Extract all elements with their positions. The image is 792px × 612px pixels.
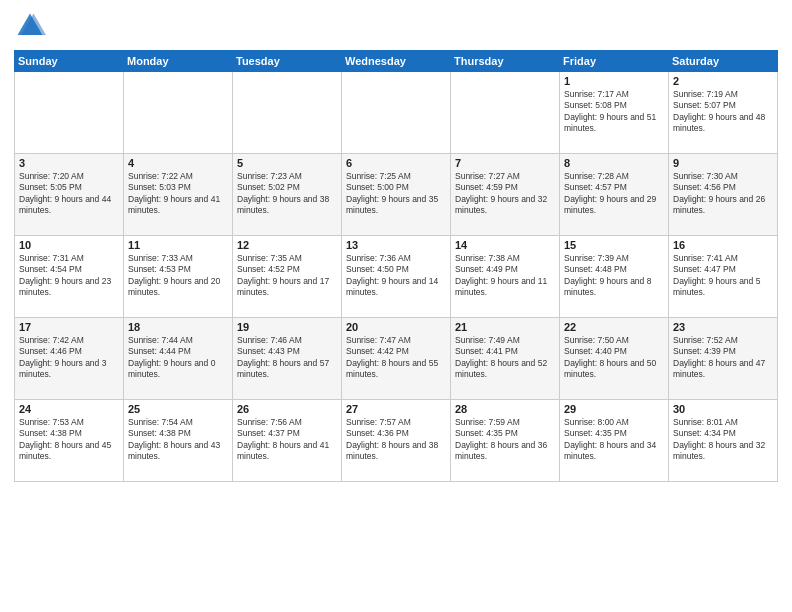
day-number: 23	[673, 321, 773, 333]
header-day-tuesday: Tuesday	[233, 51, 342, 72]
day-info: Sunrise: 7:22 AM Sunset: 5:03 PM Dayligh…	[128, 171, 228, 217]
calendar-cell: 1Sunrise: 7:17 AM Sunset: 5:08 PM Daylig…	[560, 72, 669, 154]
calendar-cell: 8Sunrise: 7:28 AM Sunset: 4:57 PM Daylig…	[560, 154, 669, 236]
day-info: Sunrise: 7:28 AM Sunset: 4:57 PM Dayligh…	[564, 171, 664, 217]
day-info: Sunrise: 7:56 AM Sunset: 4:37 PM Dayligh…	[237, 417, 337, 463]
calendar-cell: 6Sunrise: 7:25 AM Sunset: 5:00 PM Daylig…	[342, 154, 451, 236]
day-number: 9	[673, 157, 773, 169]
day-info: Sunrise: 7:19 AM Sunset: 5:07 PM Dayligh…	[673, 89, 773, 135]
day-number: 28	[455, 403, 555, 415]
day-info: Sunrise: 7:39 AM Sunset: 4:48 PM Dayligh…	[564, 253, 664, 299]
header-day-friday: Friday	[560, 51, 669, 72]
header-row: SundayMondayTuesdayWednesdayThursdayFrid…	[15, 51, 778, 72]
day-number: 29	[564, 403, 664, 415]
day-number: 3	[19, 157, 119, 169]
day-info: Sunrise: 8:01 AM Sunset: 4:34 PM Dayligh…	[673, 417, 773, 463]
calendar-cell: 10Sunrise: 7:31 AM Sunset: 4:54 PM Dayli…	[15, 236, 124, 318]
day-number: 2	[673, 75, 773, 87]
day-number: 16	[673, 239, 773, 251]
logo-icon	[14, 10, 46, 42]
calendar-cell	[342, 72, 451, 154]
calendar-cell: 30Sunrise: 8:01 AM Sunset: 4:34 PM Dayli…	[669, 400, 778, 482]
calendar-header: SundayMondayTuesdayWednesdayThursdayFrid…	[15, 51, 778, 72]
day-number: 18	[128, 321, 228, 333]
day-number: 6	[346, 157, 446, 169]
day-info: Sunrise: 7:46 AM Sunset: 4:43 PM Dayligh…	[237, 335, 337, 381]
calendar-cell	[233, 72, 342, 154]
week-row-2: 3Sunrise: 7:20 AM Sunset: 5:05 PM Daylig…	[15, 154, 778, 236]
day-number: 1	[564, 75, 664, 87]
day-number: 13	[346, 239, 446, 251]
day-info: Sunrise: 7:57 AM Sunset: 4:36 PM Dayligh…	[346, 417, 446, 463]
day-number: 4	[128, 157, 228, 169]
day-number: 19	[237, 321, 337, 333]
day-info: Sunrise: 7:20 AM Sunset: 5:05 PM Dayligh…	[19, 171, 119, 217]
calendar-cell: 29Sunrise: 8:00 AM Sunset: 4:35 PM Dayli…	[560, 400, 669, 482]
calendar-cell: 18Sunrise: 7:44 AM Sunset: 4:44 PM Dayli…	[124, 318, 233, 400]
header-day-thursday: Thursday	[451, 51, 560, 72]
calendar-cell: 26Sunrise: 7:56 AM Sunset: 4:37 PM Dayli…	[233, 400, 342, 482]
calendar-cell: 2Sunrise: 7:19 AM Sunset: 5:07 PM Daylig…	[669, 72, 778, 154]
calendar-body: 1Sunrise: 7:17 AM Sunset: 5:08 PM Daylig…	[15, 72, 778, 482]
day-number: 26	[237, 403, 337, 415]
day-number: 5	[237, 157, 337, 169]
week-row-3: 10Sunrise: 7:31 AM Sunset: 4:54 PM Dayli…	[15, 236, 778, 318]
day-number: 7	[455, 157, 555, 169]
calendar-cell	[15, 72, 124, 154]
day-info: Sunrise: 7:47 AM Sunset: 4:42 PM Dayligh…	[346, 335, 446, 381]
day-info: Sunrise: 7:31 AM Sunset: 4:54 PM Dayligh…	[19, 253, 119, 299]
day-number: 11	[128, 239, 228, 251]
day-number: 20	[346, 321, 446, 333]
header-day-saturday: Saturday	[669, 51, 778, 72]
header-day-monday: Monday	[124, 51, 233, 72]
day-number: 8	[564, 157, 664, 169]
day-number: 25	[128, 403, 228, 415]
day-info: Sunrise: 7:30 AM Sunset: 4:56 PM Dayligh…	[673, 171, 773, 217]
day-info: Sunrise: 7:25 AM Sunset: 5:00 PM Dayligh…	[346, 171, 446, 217]
calendar-cell: 13Sunrise: 7:36 AM Sunset: 4:50 PM Dayli…	[342, 236, 451, 318]
page: SundayMondayTuesdayWednesdayThursdayFrid…	[0, 0, 792, 612]
logo	[14, 10, 50, 42]
day-number: 27	[346, 403, 446, 415]
calendar-cell: 19Sunrise: 7:46 AM Sunset: 4:43 PM Dayli…	[233, 318, 342, 400]
day-number: 10	[19, 239, 119, 251]
calendar-cell: 12Sunrise: 7:35 AM Sunset: 4:52 PM Dayli…	[233, 236, 342, 318]
header-day-sunday: Sunday	[15, 51, 124, 72]
calendar-cell: 5Sunrise: 7:23 AM Sunset: 5:02 PM Daylig…	[233, 154, 342, 236]
day-info: Sunrise: 7:38 AM Sunset: 4:49 PM Dayligh…	[455, 253, 555, 299]
day-number: 30	[673, 403, 773, 415]
calendar-cell: 24Sunrise: 7:53 AM Sunset: 4:38 PM Dayli…	[15, 400, 124, 482]
day-info: Sunrise: 7:17 AM Sunset: 5:08 PM Dayligh…	[564, 89, 664, 135]
day-number: 12	[237, 239, 337, 251]
calendar-cell	[124, 72, 233, 154]
header	[14, 10, 778, 42]
calendar-cell: 27Sunrise: 7:57 AM Sunset: 4:36 PM Dayli…	[342, 400, 451, 482]
day-info: Sunrise: 8:00 AM Sunset: 4:35 PM Dayligh…	[564, 417, 664, 463]
day-info: Sunrise: 7:50 AM Sunset: 4:40 PM Dayligh…	[564, 335, 664, 381]
calendar-cell: 25Sunrise: 7:54 AM Sunset: 4:38 PM Dayli…	[124, 400, 233, 482]
day-info: Sunrise: 7:42 AM Sunset: 4:46 PM Dayligh…	[19, 335, 119, 381]
calendar-cell: 3Sunrise: 7:20 AM Sunset: 5:05 PM Daylig…	[15, 154, 124, 236]
calendar-cell	[451, 72, 560, 154]
day-info: Sunrise: 7:23 AM Sunset: 5:02 PM Dayligh…	[237, 171, 337, 217]
day-number: 21	[455, 321, 555, 333]
day-info: Sunrise: 7:52 AM Sunset: 4:39 PM Dayligh…	[673, 335, 773, 381]
calendar-cell: 23Sunrise: 7:52 AM Sunset: 4:39 PM Dayli…	[669, 318, 778, 400]
calendar-cell: 22Sunrise: 7:50 AM Sunset: 4:40 PM Dayli…	[560, 318, 669, 400]
week-row-5: 24Sunrise: 7:53 AM Sunset: 4:38 PM Dayli…	[15, 400, 778, 482]
day-info: Sunrise: 7:49 AM Sunset: 4:41 PM Dayligh…	[455, 335, 555, 381]
calendar-cell: 11Sunrise: 7:33 AM Sunset: 4:53 PM Dayli…	[124, 236, 233, 318]
day-info: Sunrise: 7:27 AM Sunset: 4:59 PM Dayligh…	[455, 171, 555, 217]
day-info: Sunrise: 7:53 AM Sunset: 4:38 PM Dayligh…	[19, 417, 119, 463]
calendar-cell: 9Sunrise: 7:30 AM Sunset: 4:56 PM Daylig…	[669, 154, 778, 236]
calendar-cell: 17Sunrise: 7:42 AM Sunset: 4:46 PM Dayli…	[15, 318, 124, 400]
calendar-table: SundayMondayTuesdayWednesdayThursdayFrid…	[14, 50, 778, 482]
calendar-cell: 4Sunrise: 7:22 AM Sunset: 5:03 PM Daylig…	[124, 154, 233, 236]
calendar-cell: 14Sunrise: 7:38 AM Sunset: 4:49 PM Dayli…	[451, 236, 560, 318]
week-row-1: 1Sunrise: 7:17 AM Sunset: 5:08 PM Daylig…	[15, 72, 778, 154]
day-number: 17	[19, 321, 119, 333]
calendar-cell: 15Sunrise: 7:39 AM Sunset: 4:48 PM Dayli…	[560, 236, 669, 318]
calendar-cell: 28Sunrise: 7:59 AM Sunset: 4:35 PM Dayli…	[451, 400, 560, 482]
day-info: Sunrise: 7:44 AM Sunset: 4:44 PM Dayligh…	[128, 335, 228, 381]
day-info: Sunrise: 7:33 AM Sunset: 4:53 PM Dayligh…	[128, 253, 228, 299]
